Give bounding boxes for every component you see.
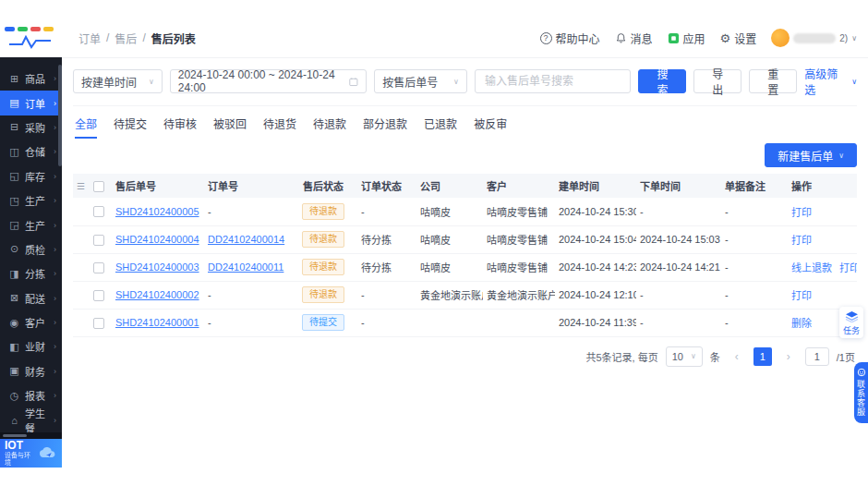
tab-all[interactable]: 全部 — [75, 115, 97, 139]
iot-cloud-icon — [39, 445, 57, 460]
tab-re-reviewed[interactable]: 被反审 — [474, 115, 507, 139]
company: 咕嘀皮 — [416, 253, 483, 281]
number-type-select[interactable]: 按售后单号 ∨ — [374, 69, 467, 93]
print-link[interactable]: 打印 — [839, 262, 857, 273]
table-row: SHD24102400002 - 待退款 - 黄金地演示账户1 黄金地演示账户 … — [73, 281, 857, 309]
sidebar-item-student-meal[interactable]: ⌂学生餐 — [0, 407, 62, 431]
finance-icon: ▣ — [8, 365, 20, 377]
tab-pending-refund[interactable]: 待退款 — [313, 115, 346, 139]
apps-button[interactable]: 应用 — [668, 30, 705, 46]
tab-partial-refund[interactable]: 部分退款 — [363, 115, 407, 139]
tab-pending-review[interactable]: 待审核 — [163, 115, 197, 139]
iot-banner[interactable]: IOT 设备与环境 — [0, 439, 62, 468]
breadcrumb-level1[interactable]: 订单 — [78, 30, 101, 46]
print-link[interactable]: 打印 — [791, 290, 812, 301]
time-type-select[interactable]: 按建单时间 ∨ — [73, 69, 163, 93]
export-button[interactable]: 导出 — [693, 69, 741, 93]
task-float-button[interactable]: 任务 — [839, 307, 863, 338]
topbar: 订单 / 售后 / 售后列表 ? 帮助中心 消息 应用 ⚙ 设置 2) ∨ — [0, 18, 868, 57]
user-menu[interactable]: 2) ∨ — [771, 29, 857, 47]
breadcrumb-level2[interactable]: 售后 — [115, 30, 137, 46]
tab-pending-submit[interactable]: 待提交 — [114, 115, 147, 139]
sidebar-item-finance[interactable]: ▣财务 — [0, 359, 62, 383]
customer-service-tab[interactable]: 联系客服 — [854, 362, 868, 423]
customers-icon: ◉ — [8, 317, 20, 329]
row-checkbox[interactable] — [93, 318, 104, 329]
search-input[interactable] — [483, 74, 623, 89]
sidebar-item-business-finance[interactable]: ◧业财 — [0, 334, 62, 358]
row-checkbox[interactable] — [93, 262, 104, 273]
reset-button[interactable]: 重置 — [749, 69, 797, 93]
production-2-icon: ◲ — [8, 219, 20, 231]
iot-title: IOT — [5, 440, 36, 452]
task-label: 任务 — [841, 327, 862, 336]
sidebar-item-production[interactable]: ◳生产 — [0, 188, 62, 213]
sidebar-item-customers[interactable]: ◉客户 — [0, 310, 62, 334]
avatar — [771, 29, 790, 47]
sidebar-item-label: 报表 — [25, 388, 45, 403]
status-badge: 待退款 — [302, 231, 344, 248]
order-time: 2024-10-24 14:21 — [636, 253, 721, 281]
order-no-link[interactable]: DD24102400011 — [208, 261, 283, 273]
delete-link[interactable]: 删除 — [791, 318, 812, 329]
settings-button[interactable]: ⚙ 设置 — [720, 30, 757, 46]
next-page-button[interactable]: › — [779, 347, 798, 366]
order-status: - — [357, 198, 416, 225]
sidebar-item-inventory[interactable]: ◱库存 — [0, 164, 62, 188]
sidebar-item-production-2[interactable]: ◲生产 — [0, 213, 62, 237]
sidebar-item-purchase[interactable]: ⊟采购 — [0, 115, 62, 140]
page-jump-input[interactable]: 1 — [805, 347, 829, 366]
row-checkbox[interactable] — [93, 235, 104, 246]
sidebar-item-warehouse[interactable]: ◫仓储 — [0, 140, 62, 164]
app-logo — [0, 18, 62, 57]
table-row: SHD24102400003 DD24102400011 待退款 待分拣 咕嘀皮… — [73, 253, 857, 281]
customer — [483, 309, 555, 336]
sidebar-item-goods[interactable]: ⊞商品 — [0, 67, 62, 91]
help-center-button[interactable]: ? 帮助中心 — [540, 30, 600, 46]
after-sale-no-link[interactable]: SHD24102400002 — [115, 289, 199, 300]
remark: - — [721, 309, 788, 336]
sidebar-item-reports[interactable]: ◷报表 — [0, 383, 62, 407]
after-sale-no-link[interactable]: SHD24102400004 — [115, 234, 199, 245]
page-size-select[interactable]: 10 ∨ — [666, 346, 703, 367]
sidebar-menu: ⊞商品 ▤订单 ⊟采购 ◫仓储 ◱库存 ◳生产 ◲生产 ⊙质检 ◨分拣 ⊠配送 … — [0, 57, 62, 432]
tab-refunded[interactable]: 已退款 — [424, 115, 457, 139]
sidebar-horizontal-scrollbar[interactable] — [0, 432, 62, 439]
sidebar-item-orders[interactable]: ▤订单 — [0, 91, 62, 115]
new-after-sale-button[interactable]: 新建售后单 ∨ — [765, 143, 857, 167]
col-create-time: 建单时间 — [555, 174, 636, 198]
sidebar-item-label: 生产 — [25, 193, 45, 208]
current-page-button[interactable]: 1 — [753, 347, 772, 366]
status-tabs: 全部 待提交 待审核 被驳回 待退货 待退款 部分退款 已退款 被反审 — [73, 106, 857, 139]
company — [416, 309, 483, 336]
row-checkbox[interactable] — [93, 290, 104, 301]
after-sale-no-link[interactable]: SHD24102400005 — [115, 206, 199, 217]
after-sale-no-link[interactable]: SHD24102400001 — [115, 317, 199, 328]
sidebar-item-delivery[interactable]: ⊠配送 — [0, 286, 62, 310]
messages-button[interactable]: 消息 — [615, 30, 653, 46]
sidebar-item-sorting[interactable]: ◨分拣 — [0, 261, 62, 285]
search-field — [475, 69, 632, 93]
chevron-down-icon: ∨ — [691, 352, 696, 360]
print-link[interactable]: 打印 — [791, 207, 812, 218]
prev-page-button[interactable]: ‹ — [728, 347, 746, 366]
tab-pending-return[interactable]: 待退货 — [263, 115, 296, 139]
tab-rejected[interactable]: 被驳回 — [213, 115, 247, 139]
search-button[interactable]: 搜索 — [638, 69, 686, 93]
order-status: - — [357, 281, 416, 309]
advanced-filter-link[interactable]: 高级筛选 ∨ — [804, 66, 857, 97]
select-all-checkbox[interactable] — [93, 181, 104, 192]
expand-all-icon[interactable]: ☰ — [77, 181, 85, 191]
after-sale-no-link[interactable]: SHD24102400003 — [115, 261, 199, 273]
chevron-down-icon: ∨ — [851, 78, 857, 86]
pagination-unit: 条 — [710, 349, 720, 364]
print-link[interactable]: 打印 — [791, 235, 812, 246]
sidebar-item-quality[interactable]: ⊙质检 — [0, 237, 62, 261]
date-range-value: 2024-10-24 00:00 ~ 2024-10-24 24:00 — [178, 68, 344, 94]
date-range-input[interactable]: 2024-10-24 00:00 ~ 2024-10-24 24:00 — [170, 69, 367, 93]
breadcrumb-current: 售后列表 — [151, 30, 196, 46]
sidebar-item-label: 配送 — [25, 291, 45, 306]
order-no-link[interactable]: DD24102400014 — [208, 234, 284, 245]
online-refund-link[interactable]: 线上退款 — [791, 262, 832, 273]
row-checkbox[interactable] — [93, 206, 104, 217]
